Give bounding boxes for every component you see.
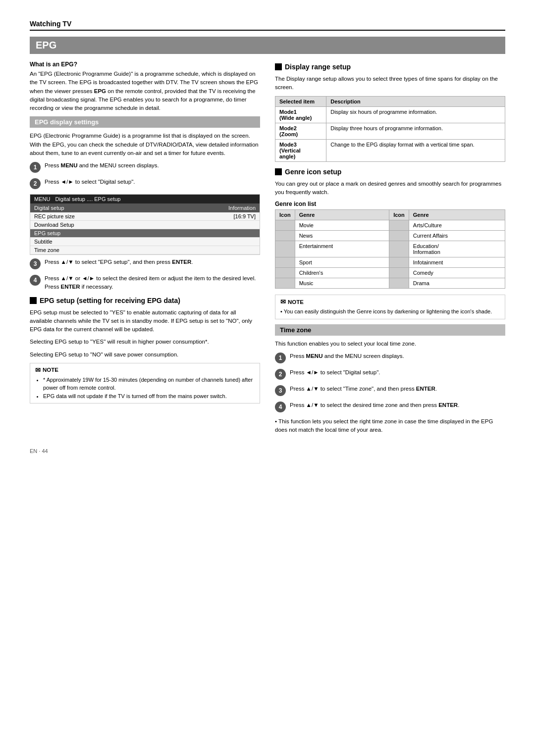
- epg-display-settings-bar: EPG display settings: [30, 116, 260, 128]
- step-2: 2 Press ◄/► to select "Digital setup".: [30, 178, 260, 189]
- note-list-left: * Approximately 19W for 15-30 minutes (d…: [35, 376, 255, 401]
- genre-icon-text: You can grey out or place a mark on desi…: [275, 180, 505, 197]
- mode1-item: Mode1(Wide angle): [275, 106, 326, 123]
- mode2-item: Mode2(Zoom): [275, 123, 326, 139]
- table-row: Entertainment Education/Information: [275, 241, 505, 257]
- note-item-2: EPG data will not update if the TV is tu…: [43, 392, 255, 401]
- black-square-display-icon: [275, 63, 282, 70]
- menu-screenshot: MENU Digital setup .... EPG setup Digita…: [30, 194, 260, 255]
- mode1-desc: Display six hours of programme informati…: [326, 106, 505, 123]
- icon-cell: [275, 257, 295, 268]
- mode3-desc: Change to the EPG display format with a …: [326, 139, 505, 161]
- icon-cell: [275, 268, 295, 278]
- genre-table: Icon Genre Icon Genre Movie Arts/Culture…: [275, 209, 505, 289]
- note-box-genre: ✉ NOTE • You can easily distinguish the …: [275, 295, 505, 319]
- display-table-header-item: Selected item: [275, 96, 326, 106]
- genre-icon-heading: Genre icon setup: [275, 168, 505, 176]
- note-box-left: ✉ NOTE * Approximately 19W for 15-30 min…: [30, 363, 260, 404]
- menu-top-bar: MENU Digital setup .... EPG setup: [30, 195, 260, 203]
- epg-display-desc: EPG (Electronic Programme Guide) is a pr…: [30, 132, 260, 157]
- menu-row-timezone: Time zone: [30, 246, 260, 254]
- what-is-epg-heading: What is an EPG?: [30, 61, 260, 68]
- tz-step-1-text: Press MENU and the MENU screen displays.: [290, 352, 505, 360]
- step-3-text: Press ▲/▼ to select "EPG setup", and the…: [45, 258, 260, 266]
- genre-drama: Drama: [409, 278, 505, 289]
- table-row: Mode2(Zoom) Display three hours of progr…: [275, 123, 505, 139]
- mode3-item: Mode3(Verticalangle): [275, 139, 326, 161]
- time-zone-note: • This function lets you select the righ…: [275, 417, 505, 435]
- step-2-text: Press ◄/► to select "Digital setup".: [45, 178, 260, 186]
- tz-step-3-number: 3: [275, 385, 286, 396]
- left-column: What is an EPG? An "EPG (Electronic Prog…: [30, 61, 260, 438]
- genre-infotainment: Infotainment: [409, 257, 505, 268]
- watching-tv-header: Watching TV: [30, 20, 505, 31]
- genre-header-genre1: Genre: [295, 210, 389, 220]
- note-heading-left: ✉ NOTE: [35, 366, 255, 374]
- note-item-1: * Approximately 19W for 15-30 minutes (d…: [43, 376, 255, 392]
- genre-current-affairs: Current Affairs: [409, 231, 505, 241]
- step-1-number: 1: [30, 162, 41, 173]
- epg-setup-text1: EPG setup must be selected to "YES" to e…: [30, 308, 260, 334]
- table-row: Mode1(Wide angle) Display six hours of p…: [275, 106, 505, 123]
- icon-cell: [275, 241, 295, 257]
- menu-row-subtitle: Subtitle: [30, 238, 260, 246]
- tz-step-4: 4 Press ▲/▼ to select the desired time z…: [275, 401, 505, 412]
- tz-step-2-number: 2: [275, 369, 286, 380]
- genre-icon-list-heading: Genre icon list: [275, 201, 505, 207]
- table-row: Movie Arts/Culture: [275, 220, 505, 231]
- table-row: Children's Comedy: [275, 268, 505, 278]
- tz-step-3: 3 Press ▲/▼ to select "Time zone", and t…: [275, 385, 505, 396]
- display-table-header-desc: Description: [326, 96, 505, 106]
- note-genre-text: • You can easily distinguish the Genre i…: [280, 307, 500, 316]
- menu-row-download: Download Setup: [30, 221, 260, 229]
- epg-setup-heading: EPG setup (setting for receiving EPG dat…: [30, 297, 260, 304]
- tz-step-4-text: Press ▲/▼ to select the desired time zon…: [290, 401, 505, 409]
- tz-step-2: 2 Press ◄/► to select "Digital setup".: [275, 368, 505, 380]
- genre-header-icon1: Icon: [275, 210, 295, 220]
- tz-step-1-number: 1: [275, 353, 286, 363]
- black-square-icon: [30, 297, 37, 304]
- table-row: Music Drama: [275, 278, 505, 289]
- tz-step-2-text: Press ◄/► to select "Digital setup".: [290, 368, 505, 377]
- genre-movie: Movie: [295, 220, 389, 231]
- genre-arts: Arts/Culture: [409, 220, 505, 231]
- epg-setup-text2: Selecting EPG setup to "YES" will result…: [30, 338, 260, 346]
- tz-step-1: 1 Press MENU and the MENU screen display…: [275, 352, 505, 363]
- step-1: 1 Press MENU and the MENU screen display…: [30, 161, 260, 173]
- icon-cell: [389, 257, 409, 268]
- note-icon-left: ✉: [35, 366, 41, 374]
- display-range-heading: Display range setup: [275, 63, 505, 71]
- mode2-desc: Display three hours of programme informa…: [326, 123, 505, 139]
- step-4: 4 Press ▲/▼ or ◄/► to select the desired…: [30, 274, 260, 292]
- tz-step-3-text: Press ▲/▼ to select "Time zone", and the…: [290, 385, 505, 393]
- genre-entertainment: Entertainment: [295, 241, 389, 257]
- genre-news: News: [295, 231, 389, 241]
- note-icon-genre: ✉: [280, 298, 286, 305]
- icon-cell: [389, 268, 409, 278]
- display-range-text: The Display range setup allows you to se…: [275, 75, 505, 92]
- table-row: Mode3(Verticalangle) Change to the EPG d…: [275, 139, 505, 161]
- note-heading-genre: ✉ NOTE: [280, 298, 500, 305]
- genre-comedy: Comedy: [409, 268, 505, 278]
- step-1-text: Press MENU and the MENU screen displays.: [45, 161, 260, 170]
- table-row: News Current Affairs: [275, 231, 505, 241]
- icon-cell: [389, 241, 409, 257]
- what-is-epg-text: An "EPG (Electronic Programme Guide)" is…: [30, 70, 260, 112]
- epg-title: EPG: [30, 37, 505, 54]
- icon-cell: [275, 220, 295, 231]
- genre-music: Music: [295, 278, 389, 289]
- display-range-table: Selected item Description Mode1(Wide ang…: [275, 96, 505, 162]
- menu-row-rec: REC picture size [16:9 TV]: [30, 212, 260, 221]
- genre-header-genre2: Genre: [409, 210, 505, 220]
- right-column: Display range setup The Display range se…: [275, 61, 505, 438]
- time-zone-text: This function enables you to select your…: [275, 340, 505, 348]
- tz-step-4-number: 4: [275, 402, 286, 412]
- epg-setup-text3: Selecting EPG setup to "NO" will save po…: [30, 351, 260, 359]
- table-row: Sport Infotainment: [275, 257, 505, 268]
- step-2-number: 2: [30, 178, 41, 189]
- black-square-genre-icon: [275, 168, 282, 175]
- menu-row-epg: EPG setup: [30, 229, 260, 238]
- step-3: 3 Press ▲/▼ to select "EPG setup", and t…: [30, 258, 260, 269]
- genre-education: Education/Information: [409, 241, 505, 257]
- icon-cell: [275, 231, 295, 241]
